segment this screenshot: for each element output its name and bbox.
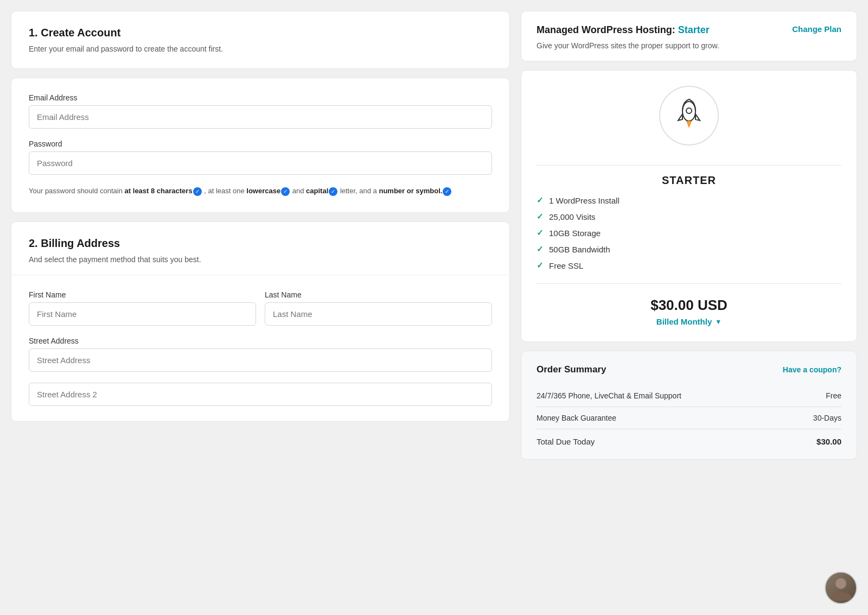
street-label: Street Address bbox=[29, 337, 492, 345]
check-icon-3: ✓ bbox=[537, 228, 544, 238]
feature-item-4: ✓ 50GB Bandwidth bbox=[537, 244, 841, 254]
plan-title-row: Managed WordPress Hosting: Starter Chang… bbox=[537, 24, 841, 36]
billing-chevron-icon: ▼ bbox=[715, 318, 722, 326]
name-row: First Name Last Name bbox=[29, 290, 492, 326]
feature-item-3: ✓ 10GB Storage bbox=[537, 228, 841, 238]
street-input[interactable] bbox=[29, 348, 492, 372]
rocket-icon-container bbox=[659, 86, 719, 145]
feature-label-2: 25,000 Visits bbox=[549, 212, 596, 221]
billing-title: 2. Billing Address bbox=[29, 237, 492, 250]
order-support-value: Free bbox=[826, 391, 841, 400]
order-summary-card: Order Summary Have a coupon? 24/7/365 Ph… bbox=[521, 351, 857, 460]
email-input[interactable] bbox=[29, 105, 492, 129]
plan-title-accent: Starter bbox=[678, 24, 710, 35]
right-column: Managed WordPress Hosting: Starter Chang… bbox=[521, 11, 857, 604]
password-label: Password bbox=[29, 140, 492, 148]
check-lower-icon: ✓ bbox=[281, 187, 290, 196]
total-value: $30.00 bbox=[816, 437, 841, 446]
features-list: ✓ 1 WordPress Install ✓ 25,000 Visits ✓ … bbox=[537, 195, 841, 270]
plan-details-card: STARTER ✓ 1 WordPress Install ✓ 25,000 V… bbox=[521, 70, 857, 342]
person-icon bbox=[830, 576, 852, 600]
plan-title-text: Managed WordPress Hosting: bbox=[537, 24, 678, 35]
total-row: Total Due Today $30.00 bbox=[537, 429, 841, 446]
avatar-image bbox=[826, 572, 856, 604]
email-label: Email Address bbox=[29, 93, 492, 102]
plan-name-badge: STARTER bbox=[662, 174, 716, 187]
first-name-input[interactable] bbox=[29, 302, 256, 326]
check-chars-icon: ✓ bbox=[193, 187, 202, 196]
plan-description: Give your WordPress sites the proper sup… bbox=[537, 41, 841, 50]
billing-form: First Name Last Name Street Address bbox=[11, 275, 509, 421]
feature-item-1: ✓ 1 WordPress Install bbox=[537, 195, 841, 205]
billing-header: 2. Billing Address And select the paymen… bbox=[11, 222, 509, 275]
billing-address-section: 2. Billing Address And select the paymen… bbox=[11, 221, 510, 422]
check-icon-2: ✓ bbox=[537, 212, 544, 221]
feature-item-5: ✓ Free SSL bbox=[537, 261, 841, 270]
feature-label-5: Free SSL bbox=[549, 261, 583, 270]
price-display: $30.00 USD bbox=[650, 297, 727, 314]
last-name-input[interactable] bbox=[265, 302, 492, 326]
account-form: Email Address Password Your password sho… bbox=[11, 78, 510, 213]
svg-point-0 bbox=[682, 102, 695, 121]
chat-avatar[interactable] bbox=[825, 572, 857, 604]
billing-subtitle: And select the payment method that suits… bbox=[29, 255, 492, 264]
order-guarantee-label: Money Back Guarantee bbox=[537, 414, 616, 422]
order-summary-title: Order Summary bbox=[537, 364, 607, 375]
feature-label-3: 10GB Storage bbox=[549, 229, 601, 238]
password-field-group: Password bbox=[29, 140, 492, 175]
coupon-button[interactable]: Have a coupon? bbox=[783, 365, 841, 374]
email-field-group: Email Address bbox=[29, 93, 492, 129]
billing-label: Billed Monthly bbox=[656, 317, 712, 326]
first-name-label: First Name bbox=[29, 290, 256, 299]
order-summary-header: Order Summary Have a coupon? bbox=[537, 364, 841, 375]
street2-group bbox=[29, 383, 492, 406]
check-icon-4: ✓ bbox=[537, 244, 544, 254]
divider-bottom bbox=[537, 283, 841, 284]
svg-point-2 bbox=[835, 578, 846, 589]
billing-toggle[interactable]: Billed Monthly ▼ bbox=[656, 317, 722, 326]
divider-top bbox=[537, 165, 841, 166]
street-group: Street Address bbox=[29, 337, 492, 372]
total-label: Total Due Today bbox=[537, 437, 595, 446]
feature-label-4: 50GB Bandwidth bbox=[549, 245, 610, 254]
rocket-icon bbox=[673, 97, 705, 135]
check-icon-5: ✓ bbox=[537, 261, 544, 270]
first-name-group: First Name bbox=[29, 290, 256, 326]
svg-point-1 bbox=[686, 108, 692, 113]
create-account-card: 1. Create Account Enter your email and p… bbox=[11, 11, 510, 69]
last-name-label: Last Name bbox=[265, 290, 492, 299]
change-plan-button[interactable]: Change Plan bbox=[792, 24, 841, 34]
left-column: 1. Create Account Enter your email and p… bbox=[11, 11, 510, 604]
feature-item-2: ✓ 25,000 Visits bbox=[537, 212, 841, 221]
feature-label-1: 1 WordPress Install bbox=[549, 196, 620, 205]
order-guarantee-value: 30-Days bbox=[813, 414, 841, 422]
check-symbol-icon: ✓ bbox=[443, 187, 451, 196]
plan-title: Managed WordPress Hosting: Starter bbox=[537, 24, 710, 36]
create-account-subtitle: Enter your email and password to create … bbox=[29, 45, 492, 53]
order-row-support: 24/7/365 Phone, LiveChat & Email Support… bbox=[537, 385, 841, 407]
password-hint: Your password should contain at least 8 … bbox=[29, 186, 492, 197]
plan-header-card: Managed WordPress Hosting: Starter Chang… bbox=[521, 11, 857, 61]
password-input[interactable] bbox=[29, 151, 492, 175]
order-support-label: 24/7/365 Phone, LiveChat & Email Support bbox=[537, 391, 681, 400]
create-account-title: 1. Create Account bbox=[29, 27, 492, 39]
check-icon-1: ✓ bbox=[537, 195, 544, 205]
order-row-guarantee: Money Back Guarantee 30-Days bbox=[537, 407, 841, 429]
last-name-group: Last Name bbox=[265, 290, 492, 326]
street2-input[interactable] bbox=[29, 383, 492, 406]
check-capital-icon: ✓ bbox=[329, 187, 337, 196]
